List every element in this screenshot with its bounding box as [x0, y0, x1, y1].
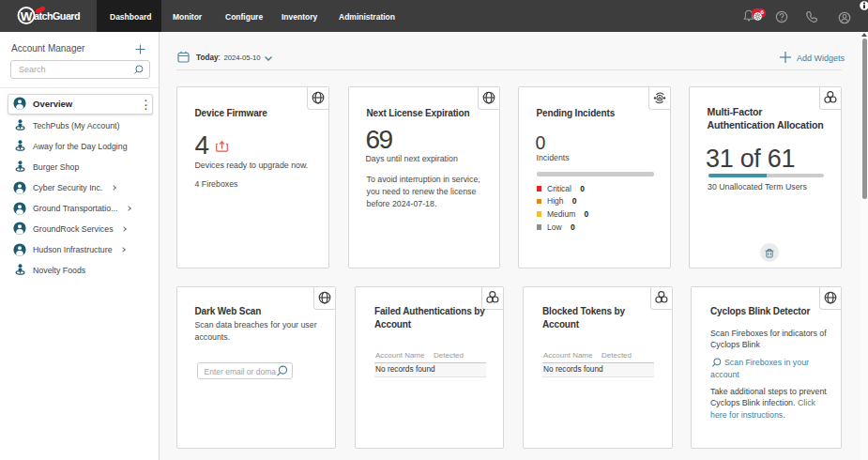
- svg-text:W: W: [21, 9, 33, 23]
